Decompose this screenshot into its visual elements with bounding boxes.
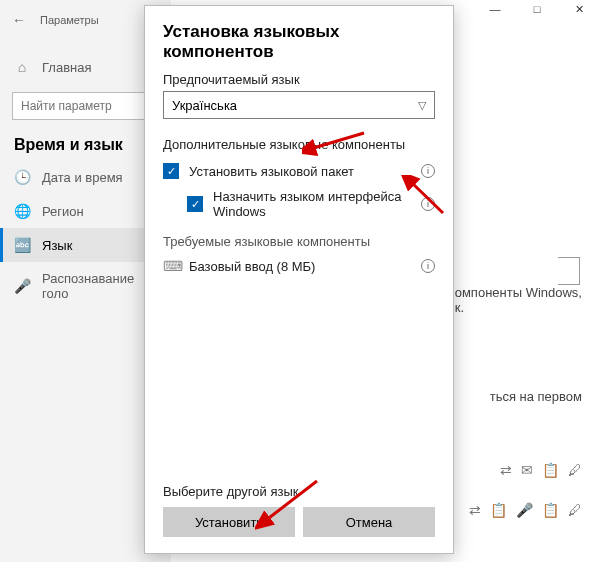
info-icon[interactable]: i xyxy=(421,259,435,273)
install-language-dialog: Установка языковых компонентов Предпочит… xyxy=(144,5,454,554)
dialog-body: Установка языковых компонентов Предпочит… xyxy=(145,6,453,474)
required-components-heading: Требуемые языковые компоненты xyxy=(163,234,435,249)
checkbox-checked-icon[interactable]: ✓ xyxy=(163,163,179,179)
option-label: Установить языковой пакет xyxy=(189,164,354,179)
app-title: Параметры xyxy=(40,14,99,26)
close-button[interactable]: ✕ xyxy=(558,0,600,18)
combobox-value: Українська xyxy=(172,98,237,113)
dropdown-fragment xyxy=(558,257,580,285)
maximize-button[interactable]: □ xyxy=(516,0,558,18)
dialog-title: Установка языковых компонентов xyxy=(163,22,435,62)
window-controls: — □ ✕ xyxy=(474,0,600,18)
sidebar-item-label: Распознавание голо xyxy=(42,271,157,301)
mail-icon: ✉ xyxy=(521,462,533,478)
sidebar-item-label: Дата и время xyxy=(42,170,123,185)
sidebar-item-label: Регион xyxy=(42,204,84,219)
info-icon[interactable]: i xyxy=(421,197,435,211)
language-combobox[interactable]: Українська ▽ xyxy=(163,91,435,119)
mic-icon: 🎤 xyxy=(516,502,533,518)
dialog-footer: Выберите другой язык Установить Отмена xyxy=(145,474,453,553)
feature-icon-row: ⇄ ✉ 📋 🖊 xyxy=(500,462,582,478)
required-basic-input: ⌨ Базовый ввод (8 МБ) i xyxy=(163,253,435,279)
text-fragment: ться на первом xyxy=(490,389,582,404)
sync-icon: ⇄ xyxy=(469,502,481,518)
cancel-button[interactable]: Отмена xyxy=(303,507,435,537)
option-install-language-pack[interactable]: ✓ Установить языковой пакет i xyxy=(163,158,435,184)
search-input[interactable] xyxy=(12,92,159,120)
sidebar-item-label: Главная xyxy=(42,60,91,75)
sidebar-item-label: Язык xyxy=(42,238,72,253)
pen-icon: 🖊 xyxy=(568,502,582,518)
optional-components-heading: Дополнительные языковые компоненты xyxy=(163,137,435,152)
option-set-display-language[interactable]: ✓ Назначить языком интерфейса Windows i xyxy=(163,184,435,224)
back-arrow-icon[interactable]: ← xyxy=(12,12,26,28)
feature-icon-row: ⇄ 📋 🎤 📋 🖊 xyxy=(469,502,582,518)
dialog-button-row: Установить Отмена xyxy=(163,507,435,537)
keyboard-icon: ⌨ xyxy=(163,258,179,274)
required-label: Базовый ввод (8 МБ) xyxy=(189,259,315,274)
option-label: Назначить языком интерфейса Windows xyxy=(213,189,435,219)
pen-icon: 🖊 xyxy=(568,462,582,478)
search-container xyxy=(12,92,159,120)
clock-icon: 🕒 xyxy=(14,169,30,185)
minimize-button[interactable]: — xyxy=(474,0,516,18)
home-icon: ⌂ xyxy=(14,59,30,75)
clipboard-icon: 📋 xyxy=(542,502,559,518)
language-icon: 🔤 xyxy=(14,237,30,253)
chevron-down-icon: ▽ xyxy=(418,99,426,112)
clipboard-icon: 📋 xyxy=(542,462,559,478)
info-icon[interactable]: i xyxy=(421,164,435,178)
preferred-language-label: Предпочитаемый язык xyxy=(163,72,435,87)
text-fragment: омпоненты Windows, к. xyxy=(455,285,582,315)
choose-another-language-link[interactable]: Выберите другой язык xyxy=(163,484,435,499)
checkbox-checked-icon[interactable]: ✓ xyxy=(187,196,203,212)
clipboard-icon: 📋 xyxy=(490,502,507,518)
install-button[interactable]: Установить xyxy=(163,507,295,537)
globe-icon: 🌐 xyxy=(14,203,30,219)
mic-icon: 🎤 xyxy=(14,278,30,294)
sync-icon: ⇄ xyxy=(500,462,512,478)
